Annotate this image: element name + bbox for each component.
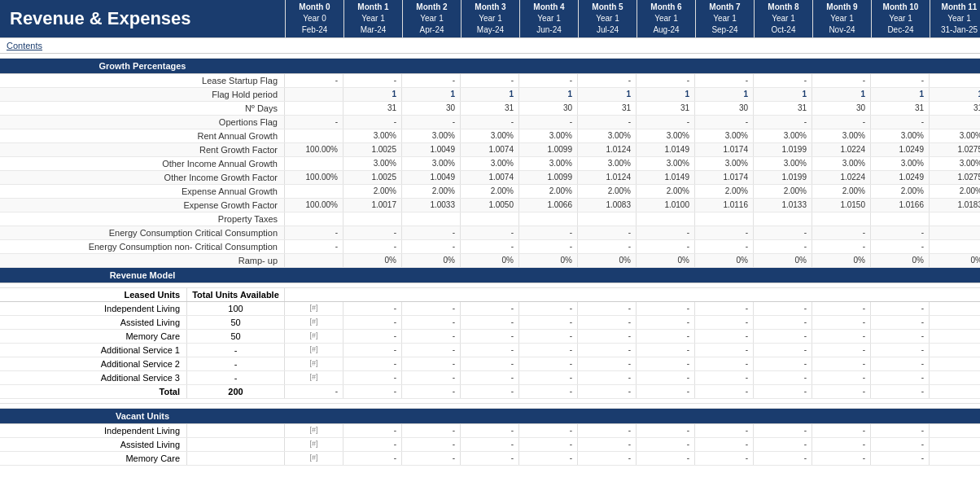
contents-right — [285, 38, 980, 53]
growth-data-cell: - — [871, 74, 930, 87]
growth-data-cell — [343, 212, 402, 226]
growth-row-cells: ------------- — [285, 74, 980, 87]
leased-data-row: Assisted Living50[#]------------ — [0, 316, 980, 330]
growth-data-cell: - — [871, 116, 930, 129]
leased-cell: - — [695, 302, 754, 315]
vacant-cell: - — [812, 452, 871, 465]
growth-data-cell: 1.0124 — [578, 143, 637, 156]
leased-cell: - — [578, 371, 637, 384]
leased-cell: - — [812, 302, 871, 315]
growth-data-cell: - — [578, 240, 637, 253]
leased-cell: - — [871, 316, 930, 329]
leased-total-units: 200 — [187, 385, 285, 398]
leased-cell: - — [402, 330, 461, 343]
growth-data-cell: 3.00% — [578, 157, 637, 170]
growth-data-cell: 3.00% — [871, 157, 930, 170]
leased-cell: - — [695, 330, 754, 343]
growth-row-label: Expense Annual Growth — [0, 185, 285, 198]
growth-data-cell: - — [285, 240, 343, 253]
vacant-cell: - — [578, 438, 637, 451]
growth-data-cell: 30 — [695, 102, 754, 115]
growth-data-cell: 0% — [402, 254, 461, 267]
growth-data-cell: 3.00% — [754, 157, 812, 170]
vacant-row-label: Memory Care — [0, 452, 187, 465]
growth-data-cell: - — [461, 116, 519, 129]
growth-data-cell: - — [402, 74, 461, 87]
month-col-4: Month 4Year 1Jun-24 — [519, 0, 578, 37]
leased-cell: - — [578, 316, 637, 329]
vacant-cell: [#] — [285, 438, 343, 451]
vacant-cell: - — [578, 452, 637, 465]
growth-data-row: Expense Annual Growth2.00%2.00%2.00%2.00… — [0, 185, 980, 199]
leased-row-label: Independent Living — [0, 302, 187, 315]
vacant-cell: - — [578, 424, 637, 437]
leased-cell: - — [519, 357, 578, 370]
growth-data-cell — [578, 212, 637, 226]
vacant-cell: - — [402, 452, 461, 465]
growth-row-cells: 3.00%3.00%3.00%3.00%3.00%3.00%3.00%3.00%… — [285, 157, 980, 170]
growth-data-cell: - — [402, 226, 461, 239]
leased-data-row: Additional Service 1-[#]------------ — [0, 344, 980, 357]
vacant-section-label: Vacant Units — [0, 409, 285, 423]
growth-data-cell: 1 — [695, 88, 754, 101]
growth-section-right — [285, 59, 980, 73]
growth-data-cell — [695, 212, 754, 226]
month-col-0: Month 0Year 0Feb-24 — [285, 0, 343, 37]
leased-cell: - — [519, 344, 578, 357]
leased-cell: - — [343, 371, 402, 384]
growth-data-cell: 1 — [812, 88, 871, 101]
leased-total-cell: - — [637, 385, 695, 398]
growth-data-cell: 1.0116 — [695, 199, 754, 212]
growth-data-cell: 1.0150 — [812, 199, 871, 212]
growth-data-cell: 1 — [402, 88, 461, 101]
vacant-row-label: Assisted Living — [0, 438, 187, 451]
leased-total-cell: - — [343, 385, 402, 398]
vacant-units-placeholder — [187, 438, 285, 451]
leased-total-cell: - — [402, 385, 461, 398]
growth-row-cells: 100.00%1.00251.00491.00741.00991.01241.0… — [285, 143, 980, 156]
growth-data-cell: - — [578, 226, 637, 239]
growth-data-cell: - — [695, 240, 754, 253]
leased-units-avail: 50 — [187, 316, 285, 329]
leased-cell: - — [695, 316, 754, 329]
growth-data-row: Lease Startup Flag------------- — [0, 74, 980, 88]
growth-data-cell: - — [812, 116, 871, 129]
growth-data-cell: 31 — [637, 102, 695, 115]
growth-section-label: Growth Percentages — [0, 59, 285, 73]
growth-data-cell: 1.0174 — [695, 171, 754, 184]
leased-cell: - — [461, 330, 519, 343]
leased-cell: - — [343, 302, 402, 315]
growth-data-cell: - — [930, 116, 980, 129]
growth-data-cell — [637, 212, 695, 226]
leased-cell: - — [461, 357, 519, 370]
growth-data-row: Other Income Annual Growth3.00%3.00%3.00… — [0, 157, 980, 171]
leased-cell: - — [637, 330, 695, 343]
vacant-rows: Independent Living[#]------------Assiste… — [0, 424, 980, 466]
growth-data-cell: 30 — [519, 102, 578, 115]
leased-cell: - — [578, 302, 637, 315]
growth-data-cell: 1.0133 — [754, 199, 812, 212]
vacant-cell: - — [754, 438, 812, 451]
leased-cell: - — [343, 344, 402, 357]
leased-total-cell: - — [812, 385, 871, 398]
growth-data-cell: 3.00% — [695, 157, 754, 170]
leased-cell: - — [930, 330, 980, 343]
leased-cell: - — [402, 371, 461, 384]
growth-data-cell — [285, 102, 343, 115]
growth-row-label: Nº Days — [0, 102, 285, 115]
leased-cell: - — [930, 302, 980, 315]
growth-data-cell: - — [519, 226, 578, 239]
leased-units-label: Leased Units — [0, 288, 187, 301]
growth-data-cell: - — [637, 240, 695, 253]
growth-data-cell: 1.0275 — [930, 143, 980, 156]
growth-row-label: Flag Hold period — [0, 88, 285, 101]
growth-data-cell: - — [754, 116, 812, 129]
leased-cell: - — [812, 316, 871, 329]
leased-cell: - — [871, 357, 930, 370]
total-units-label: Total Units Available — [187, 288, 285, 301]
growth-data-cell: 1.0166 — [871, 199, 930, 212]
vacant-cell: - — [871, 452, 930, 465]
vacant-cell: - — [930, 438, 980, 451]
leased-cell: - — [754, 302, 812, 315]
contents-link[interactable]: Contents — [7, 41, 42, 50]
